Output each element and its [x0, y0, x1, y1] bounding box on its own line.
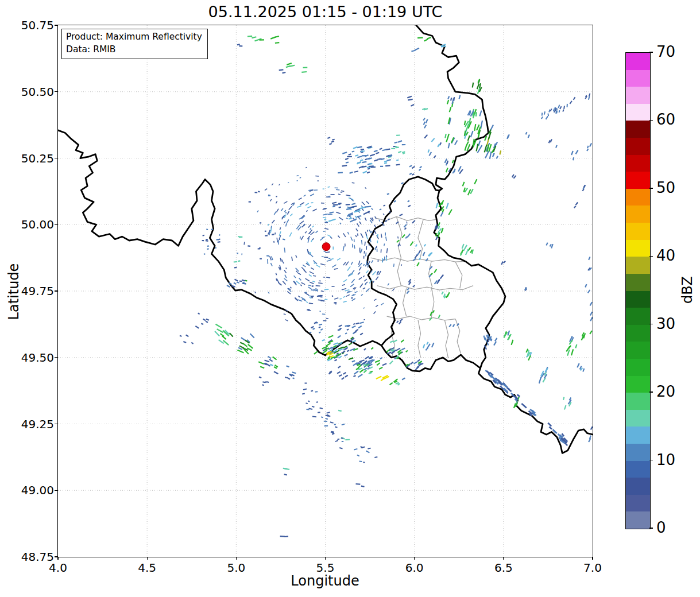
colorbar-band	[626, 427, 650, 444]
y-tick-label: 50.50	[13, 85, 54, 99]
echo-cluster	[302, 383, 377, 462]
colorbar-band	[626, 121, 650, 138]
echo-cluster	[409, 165, 421, 175]
colorbar-tick-label: 0	[656, 519, 666, 536]
x-tick-label: 5.5	[305, 561, 346, 575]
echo-cluster	[526, 349, 531, 360]
echo-cluster	[386, 340, 408, 364]
x-tick-mark	[325, 557, 326, 560]
echo-cluster	[327, 137, 334, 144]
echo-cluster	[507, 134, 509, 139]
y-tick-label: 49.25	[13, 417, 54, 431]
echo-cluster	[582, 185, 585, 191]
echo-cluster	[563, 397, 571, 410]
echo-cluster	[424, 135, 441, 158]
y-tick-mark	[55, 357, 57, 358]
echo-cluster	[571, 150, 578, 161]
y-tick-mark	[55, 424, 57, 424]
colorbar-tick-mark	[649, 52, 653, 52]
echo-cluster	[237, 44, 242, 46]
radar-map-figure: 05.11.2025 01:15 - 01:19 UTC Product: Ma…	[0, 0, 700, 597]
echo-cluster	[258, 356, 278, 374]
colorbar-band	[626, 461, 650, 478]
echo-cluster	[407, 279, 415, 293]
y-tick-mark	[55, 490, 57, 491]
echo-cluster	[286, 63, 295, 67]
echo-cluster	[279, 69, 286, 73]
colorbar-band	[626, 478, 650, 495]
echo-cluster	[380, 183, 411, 222]
echo-cluster	[526, 132, 530, 138]
colorbar-tick-mark	[649, 324, 653, 324]
annotation-source: Data: RMIB	[66, 44, 202, 56]
colorbar-band	[626, 87, 650, 104]
echo-cluster	[445, 118, 482, 152]
colorbar-band	[626, 393, 650, 410]
x-tick-mark	[57, 557, 58, 560]
echo-cluster	[429, 266, 443, 284]
colorbar-band	[626, 155, 650, 172]
echo-cluster	[463, 179, 477, 195]
colorbar-tick-label: 30	[656, 315, 675, 332]
colorbar-band	[626, 172, 650, 189]
x-tick-mark	[236, 557, 237, 560]
x-tick-mark	[503, 557, 504, 560]
y-tick-mark	[55, 290, 57, 291]
echo-cluster	[566, 336, 577, 355]
echo-cluster	[301, 68, 307, 72]
echo-cluster	[234, 261, 241, 262]
colorbar-band	[626, 359, 650, 376]
colorbar-tick-label: 20	[656, 383, 675, 400]
colorbar-band	[626, 206, 650, 223]
colorbar-band	[626, 444, 650, 461]
colorbar-tick-label: 10	[656, 451, 675, 468]
colorbar-label: dBZ	[679, 261, 694, 319]
echo-cluster	[423, 118, 427, 129]
x-tick-mark	[147, 557, 148, 560]
echo-cluster	[247, 36, 264, 41]
echo-cluster	[588, 257, 591, 270]
echo-cluster	[417, 37, 431, 41]
colorbar-band	[626, 291, 650, 308]
colorbar-band	[626, 325, 650, 342]
x-tick-mark	[592, 557, 593, 560]
colorbar	[625, 52, 651, 529]
echo-cluster	[485, 370, 567, 445]
annotation-box: Product: Maximum Reflectivity Data: RMIB	[61, 29, 208, 59]
echo-cluster	[461, 244, 473, 255]
x-tick-mark	[414, 557, 415, 560]
colorbar-tick-label: 40	[656, 247, 675, 264]
echo-cluster	[447, 95, 461, 113]
colorbar-band	[626, 240, 650, 257]
colorbar-band	[626, 257, 650, 274]
echo-cluster	[422, 108, 428, 110]
echo-cluster	[501, 261, 505, 265]
echo-cluster	[411, 48, 419, 52]
y-tick-label: 50.25	[13, 152, 54, 165]
plot-area	[57, 25, 593, 557]
echo-cluster	[413, 245, 432, 266]
echo-cluster	[442, 292, 450, 298]
echo-cluster	[338, 410, 342, 411]
colorbar-tick-mark	[649, 188, 653, 188]
echo-cluster	[512, 175, 516, 179]
echo-cluster	[585, 284, 590, 293]
echo-cluster	[356, 484, 365, 487]
colorbar-band	[626, 223, 650, 240]
echo-cluster	[238, 237, 242, 237]
gridlines	[58, 25, 593, 557]
colorbar-band	[626, 308, 650, 325]
echo-cluster	[215, 324, 233, 345]
echo-cluster	[590, 302, 592, 321]
y-tick-mark	[55, 224, 57, 225]
x-tick-label: 5.0	[216, 561, 256, 575]
colorbar-band	[626, 410, 650, 427]
colorbar-band	[626, 104, 650, 121]
echo-cluster	[310, 322, 323, 333]
echo-cluster	[525, 287, 527, 290]
figure-title: 05.11.2025 01:15 - 01:19 UTC	[58, 3, 593, 21]
echo-cluster	[390, 378, 405, 385]
echo-cluster	[238, 334, 254, 354]
echo-cluster	[376, 375, 389, 381]
echo-cluster	[582, 331, 592, 340]
